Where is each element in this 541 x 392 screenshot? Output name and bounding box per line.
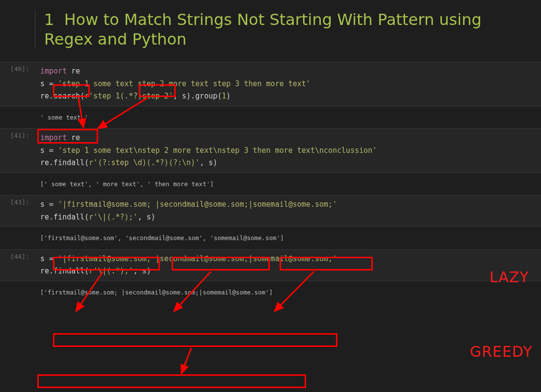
output-cell-41: [' some text', ' more text', ' then more…	[0, 173, 541, 196]
code-text: , s)	[138, 213, 155, 221]
code-text: s =	[40, 200, 58, 209]
code-cell-44[interactable]: [44]: s = '|firstmail@some.som; |secondm…	[0, 249, 541, 281]
output-gutter	[0, 227, 35, 249]
output-text: ['firstmail@some.som', 'secondmail@some.…	[35, 227, 284, 249]
annotation-box	[53, 333, 337, 347]
string-literal: 'step 1 some text\nstep 2 more text\nste…	[58, 146, 377, 155]
string-literal: r'step 1(.*?)step 2'	[84, 92, 173, 100]
string-literal: 'step 1 some text step 2 more text step …	[58, 79, 310, 88]
code-text: s =	[40, 146, 58, 155]
code-text: , s)	[133, 267, 151, 275]
heading-number: 1	[44, 10, 54, 29]
heading-gutter	[0, 10, 35, 49]
code-text: re.search(	[40, 92, 84, 100]
string-literal: '|firstmail@some.som; |secondmail@some.s…	[58, 254, 337, 263]
output-cell-43: ['firstmail@some.som', 'secondmail@some.…	[0, 227, 541, 249]
mod-name: re	[67, 133, 80, 142]
code-body[interactable]: s = '|firstmail@some.som; |secondmail@so…	[35, 196, 541, 226]
kw-import: import	[40, 133, 67, 142]
annotation-box	[37, 374, 306, 388]
page-title: 1 How to Match Strings Not Starting With…	[35, 10, 541, 49]
output-gutter	[0, 281, 35, 304]
code-text: re.findall(	[40, 267, 89, 275]
output-cell-40: ' some text '	[0, 106, 541, 129]
output-text: ' some text '	[35, 106, 88, 129]
string-literal: '|firstmail@some.som; |secondmail@some.s…	[58, 200, 337, 209]
output-gutter	[0, 173, 35, 196]
code-text: )	[226, 92, 231, 100]
output-text: ['firstmail@some.som; |secondmail@some.s…	[35, 281, 273, 304]
prompt-label: [44]:	[0, 250, 35, 281]
code-cell-41[interactable]: [41]: import re s = 'step 1 some text\ns…	[0, 128, 541, 173]
heading-text: How to Match Strings Not Starting With P…	[44, 10, 482, 49]
string-literal: r'\|(.*);'	[89, 267, 133, 275]
code-cell-43[interactable]: [43]: s = '|firstmail@some.som; |secondm…	[0, 195, 541, 227]
svg-line-5	[181, 348, 191, 373]
code-text: re.findall(	[40, 213, 89, 221]
annotation-greedy: GREEDY	[470, 343, 533, 360]
mod-name: re	[67, 67, 80, 75]
output-text: [' some text', ' more text', ' then more…	[35, 173, 214, 196]
code-body[interactable]: s = '|firstmail@some.som; |secondmail@so…	[35, 250, 541, 281]
code-text: s =	[40, 254, 58, 263]
output-gutter	[0, 106, 35, 129]
prompt-label: [43]:	[0, 196, 35, 226]
code-body[interactable]: import re s = 'step 1 some text\nstep 2 …	[35, 129, 541, 172]
code-text: , s)	[200, 158, 217, 167]
string-literal: r'(?:step \d)(.*?)(?:\n)'	[89, 158, 200, 167]
code-cell-40[interactable]: [40]: import re s = 'step 1 some text st…	[0, 62, 541, 106]
prompt-label: [40]:	[0, 62, 35, 106]
heading-row: 1 How to Match Strings Not Starting With…	[0, 0, 541, 62]
number-literal: 1	[222, 92, 226, 100]
prompt-label: [41]:	[0, 129, 35, 172]
code-body[interactable]: import re s = 'step 1 some text step 2 m…	[35, 62, 541, 106]
code-text: s =	[40, 79, 58, 88]
kw-import: import	[40, 67, 67, 75]
code-text: re.findall(	[40, 158, 89, 167]
string-literal: r'\|(.*?);'	[89, 213, 137, 221]
code-text: , s).group(	[173, 92, 222, 100]
output-cell-44: ['firstmail@some.som; |secondmail@some.s…	[0, 281, 541, 304]
